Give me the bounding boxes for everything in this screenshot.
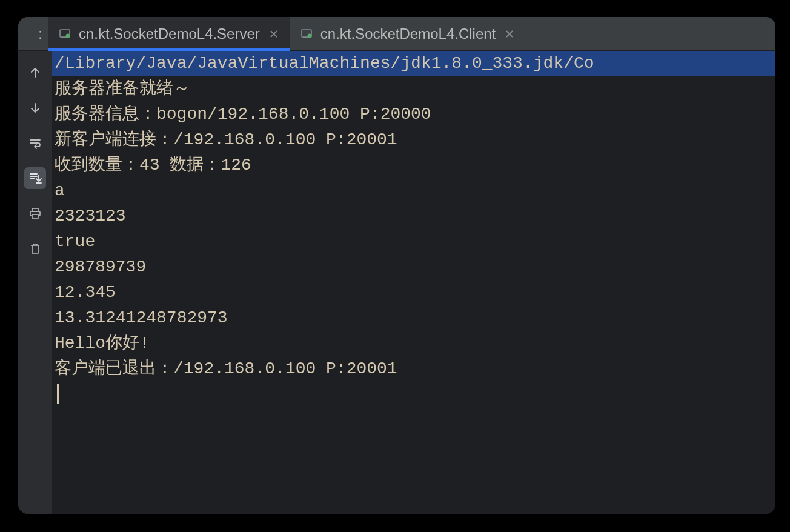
- console-line: 服务器准备就绪～: [52, 76, 775, 102]
- text-caret: [57, 384, 59, 404]
- svg-point-7: [307, 33, 311, 38]
- close-icon[interactable]: [268, 28, 279, 39]
- svg-point-2: [66, 33, 70, 38]
- console-line: 13.31241248782973: [52, 305, 775, 331]
- scroll-to-end-icon[interactable]: [24, 167, 46, 189]
- up-arrow-icon[interactable]: [24, 62, 46, 84]
- tab-client[interactable]: cn.kt.SocketDemoL4.Client: [290, 17, 526, 50]
- console-line: 服务器信息：bogon/192.168.0.100 P:20000: [52, 102, 775, 127]
- console-line: 客户端已退出：/192.168.0.100 P:20001: [52, 356, 775, 382]
- tabbar-left-label: :: [18, 25, 48, 42]
- console-line: Hello你好!: [52, 331, 775, 356]
- close-icon[interactable]: [504, 28, 515, 39]
- tab-label: cn.kt.SocketDemoL4.Client: [320, 25, 496, 42]
- body-area: /Library/Java/JavaVirtualMachines/jdk1.8…: [18, 51, 775, 514]
- svg-rect-13: [32, 214, 38, 218]
- tab-server[interactable]: cn.kt.SocketDemoL4.Server: [48, 17, 290, 50]
- tab-label: cn.kt.SocketDemoL4.Server: [79, 25, 260, 42]
- run-config-icon: [59, 28, 71, 40]
- console-line: 298789739: [52, 254, 775, 280]
- console-path-line: /Library/Java/JavaVirtualMachines/jdk1.8…: [52, 51, 775, 76]
- console-line: 收到数量：43 数据：126: [52, 153, 775, 178]
- ide-run-tool-window: : cn.kt.SocketDemoL4.Server: [18, 17, 775, 514]
- console-line: 2323123: [52, 204, 775, 229]
- down-arrow-icon[interactable]: [24, 97, 46, 119]
- console-line: true: [52, 229, 775, 254]
- console-output[interactable]: /Library/Java/JavaVirtualMachines/jdk1.8…: [52, 51, 775, 514]
- console-line: a: [52, 178, 775, 204]
- console-line: 新客户端连接：/192.168.0.100 P:20001: [52, 127, 775, 153]
- run-tab-bar: : cn.kt.SocketDemoL4.Server: [18, 17, 775, 51]
- console-gutter: [18, 51, 52, 514]
- soft-wrap-icon[interactable]: [24, 132, 46, 154]
- run-config-icon: [301, 28, 313, 40]
- trash-icon[interactable]: [24, 238, 46, 259]
- colon-label: :: [38, 25, 42, 42]
- print-icon[interactable]: [24, 202, 46, 224]
- console-caret-line: [52, 382, 775, 407]
- console-line: 12.345: [52, 280, 775, 305]
